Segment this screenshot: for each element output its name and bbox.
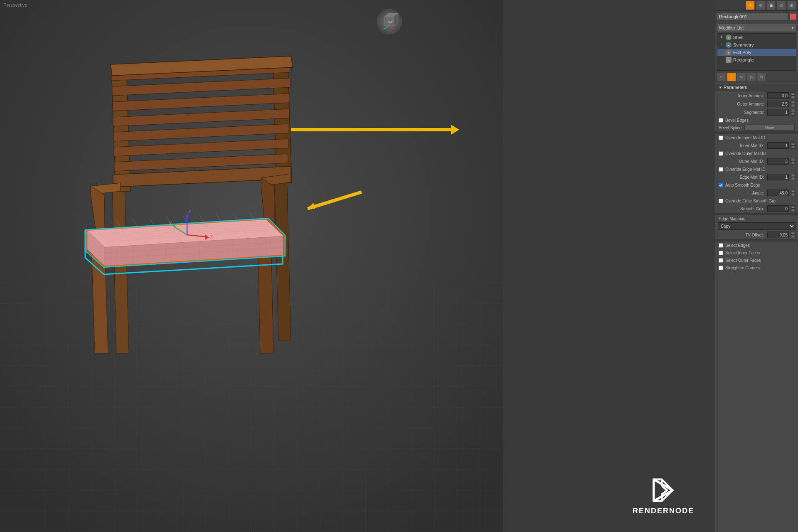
select-outer-faces-row: Select Outer Faces bbox=[715, 256, 798, 264]
settings2-icon[interactable]: ⊞ bbox=[757, 72, 766, 81]
modifier-item-rectangle[interactable]: 👁 ▪ Rectangle bbox=[717, 56, 796, 64]
inner-mat-id-spinner[interactable]: ▲ ▼ bbox=[791, 142, 796, 149]
segments-spinner[interactable]: ▲ ▼ bbox=[791, 109, 796, 116]
svg-text:Y: Y bbox=[169, 221, 172, 226]
override-edge-mat-id-row: Override Edge Mat ID bbox=[715, 165, 798, 173]
editpoly-visibility-icon[interactable]: 👁 bbox=[720, 50, 724, 54]
grid-icon[interactable]: ⊞ bbox=[787, 1, 796, 10]
select-edges-row: Select Edges bbox=[715, 241, 798, 249]
straighten-corners-checkbox[interactable] bbox=[719, 266, 723, 270]
bevel-spline-btn[interactable]: None bbox=[744, 125, 795, 131]
inner-mat-id-down[interactable]: ▼ bbox=[791, 145, 796, 149]
svg-text:Perspective: Perspective bbox=[3, 2, 27, 7]
inner-amount-down[interactable]: ▼ bbox=[791, 96, 796, 99]
select-inner-faces-row: Select Inner Faces bbox=[715, 249, 798, 256]
auto-smooth-edge-checkbox[interactable] bbox=[719, 183, 723, 187]
outer-amount-row: Outer Amount: ▲ ▼ bbox=[715, 100, 798, 108]
tv-offset-spinner[interactable]: ▲ ▼ bbox=[791, 232, 796, 238]
outer-mat-id-input[interactable] bbox=[767, 158, 789, 165]
edge-mat-id-input[interactable] bbox=[767, 174, 789, 180]
object-color-swatch[interactable] bbox=[790, 13, 796, 20]
sun-icon[interactable]: ☀ bbox=[746, 1, 755, 10]
edge-mat-id-down[interactable]: ▼ bbox=[791, 177, 796, 180]
panel-content: ▼ Parameters Inner Amount: ▲ ▼ Outer Amo… bbox=[715, 83, 798, 532]
tv-offset-input[interactable] bbox=[767, 232, 789, 238]
select-inner-faces-checkbox[interactable] bbox=[719, 251, 723, 255]
modifier-item-shell[interactable]: 👁 ● Shell bbox=[717, 34, 796, 41]
navigation-cube[interactable]: TOP bbox=[376, 8, 403, 35]
tv-offset-up[interactable]: ▲ bbox=[791, 232, 796, 235]
angle-up[interactable]: ▲ bbox=[791, 190, 796, 193]
inner-amount-spinner[interactable]: ▲ ▼ bbox=[791, 92, 796, 99]
inner-mat-id-input[interactable] bbox=[767, 142, 789, 149]
override-edge-smooth-grp-checkbox[interactable] bbox=[719, 199, 723, 203]
shell-icon: ● bbox=[726, 34, 732, 40]
pin-icon[interactable]: ⇤ bbox=[717, 72, 726, 81]
edge-mat-id-spinner[interactable]: ▲ ▼ bbox=[791, 174, 796, 180]
edge-mapping-label: Edge Mapping bbox=[715, 215, 798, 222]
svg-text:X: X bbox=[210, 234, 213, 239]
angle-row: Angle: ▲ ▼ bbox=[715, 189, 798, 197]
inner-mat-id-up[interactable]: ▲ bbox=[791, 142, 796, 145]
parameters-header[interactable]: ▼ Parameters bbox=[715, 83, 798, 91]
object-name-input[interactable]: Rectangle001 bbox=[717, 12, 788, 21]
inner-amount-input[interactable] bbox=[767, 92, 789, 99]
modifier-item-symmetry[interactable]: 👁 ● Symmetry bbox=[717, 41, 796, 49]
render-icon[interactable]: ⚙ bbox=[756, 1, 765, 10]
segments-row: Segments: ▲ ▼ bbox=[715, 108, 798, 116]
camera-icon[interactable]: ◎ bbox=[777, 1, 786, 10]
angle-input[interactable] bbox=[767, 190, 789, 196]
segments-up[interactable]: ▲ bbox=[791, 109, 796, 112]
select-edges-checkbox[interactable] bbox=[719, 243, 723, 248]
override-inner-mat-id-checkbox[interactable] bbox=[719, 135, 723, 140]
segments-input[interactable] bbox=[767, 109, 789, 116]
vertex-icon[interactable]: I bbox=[727, 72, 736, 81]
outer-amount-down[interactable]: ▼ bbox=[791, 104, 796, 107]
modifier-list-row: Modifier List bbox=[715, 22, 798, 33]
smooth-grp-down[interactable]: ▼ bbox=[791, 209, 796, 212]
polygon-icon[interactable]: ▷ bbox=[747, 72, 756, 81]
edge-mapping-select[interactable]: Copy None Strip bbox=[718, 222, 796, 230]
tv-offset-row: TV Offset: ▲ ▼ bbox=[715, 231, 798, 239]
watermark-text: RENDERNODE bbox=[633, 507, 694, 515]
edge-mat-id-row: Edge Mat ID: ▲ ▼ bbox=[715, 173, 798, 181]
symmetry-icon: ● bbox=[726, 42, 732, 48]
outer-mat-id-spinner[interactable]: ▲ ▼ bbox=[791, 158, 796, 165]
smooth-grp-up[interactable]: ▲ bbox=[791, 205, 796, 209]
rectangle-icon: ▪ bbox=[726, 57, 732, 63]
segments-down[interactable]: ▼ bbox=[791, 112, 796, 116]
outer-amount-spinner[interactable]: ▲ ▼ bbox=[791, 101, 796, 107]
symmetry-visibility-icon[interactable]: 👁 bbox=[720, 43, 724, 47]
shell-visibility-icon[interactable]: 👁 bbox=[720, 35, 724, 39]
edge-mat-id-up[interactable]: ▲ bbox=[791, 174, 796, 177]
select-outer-faces-checkbox[interactable] bbox=[719, 258, 723, 263]
outer-amount-up[interactable]: ▲ bbox=[791, 101, 796, 104]
auto-smooth-edge-row: Auto Smooth Edge bbox=[715, 181, 798, 189]
outer-mat-id-down[interactable]: ▼ bbox=[791, 161, 796, 165]
rendernode-logo bbox=[650, 477, 677, 505]
modifier-stack: 👁 ● Shell 👁 ● Symmetry 👁 ● Edit Poly 👁 ▪… bbox=[717, 33, 796, 71]
bevel-spline-row: Bevel Spline: None bbox=[715, 124, 798, 131]
override-edge-smooth-grp-row: Override Edge Smooth Grp bbox=[715, 197, 798, 204]
modifier-list-dropdown[interactable]: Modifier List bbox=[717, 24, 796, 32]
bevel-edges-row: Bevel Edges bbox=[715, 116, 798, 124]
editpoly-icon: ● bbox=[726, 49, 732, 55]
settings-icon[interactable]: ◼ bbox=[766, 1, 776, 10]
smooth-grp-input[interactable] bbox=[767, 205, 789, 212]
override-outer-mat-id-checkbox[interactable] bbox=[719, 151, 723, 156]
edge-icon[interactable]: ∿ bbox=[737, 72, 746, 81]
right-panel: ☀ ⚙ ◼ ◎ ⊞ Rectangle001 Modifier List 👁 ●… bbox=[715, 0, 798, 532]
bevel-edges-checkbox[interactable] bbox=[719, 118, 723, 123]
angle-spinner[interactable]: ▲ ▼ bbox=[791, 190, 796, 196]
override-outer-mat-id-row: Override Outer Mat ID bbox=[715, 150, 798, 157]
modifier-item-editpoly[interactable]: 👁 ● Edit Poly bbox=[717, 49, 796, 56]
inner-amount-up[interactable]: ▲ bbox=[791, 92, 796, 96]
override-edge-mat-id-checkbox[interactable] bbox=[719, 167, 723, 172]
viewport: Z Y X Perspective bbox=[0, 0, 503, 532]
angle-down[interactable]: ▼ bbox=[791, 193, 796, 196]
tv-offset-down[interactable]: ▼ bbox=[791, 235, 796, 238]
smooth-grp-spinner[interactable]: ▲ ▼ bbox=[791, 205, 796, 212]
watermark: RENDERNODE bbox=[633, 477, 694, 515]
outer-mat-id-up[interactable]: ▲ bbox=[791, 158, 796, 161]
outer-amount-input[interactable] bbox=[767, 101, 789, 107]
